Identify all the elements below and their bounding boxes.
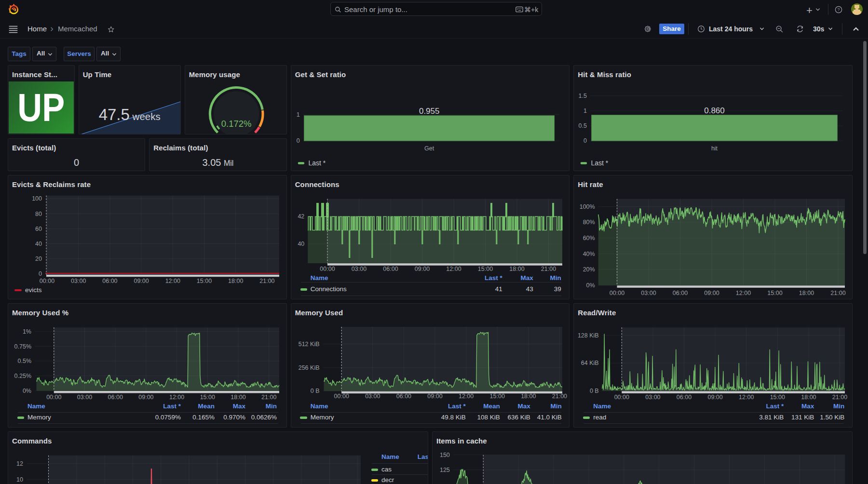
svg-text:512 KiB: 512 KiB <box>298 341 319 348</box>
svg-text:21:00: 21:00 <box>831 290 846 296</box>
svg-text:15:00: 15:00 <box>489 393 504 400</box>
svg-text:0.172%: 0.172% <box>221 119 252 129</box>
svg-text:0: 0 <box>583 138 587 145</box>
svg-text:1: 1 <box>583 108 587 114</box>
svg-text:0%: 0% <box>23 388 31 394</box>
svg-text:06:00: 06:00 <box>677 394 692 401</box>
svg-text:18:00: 18:00 <box>801 394 816 401</box>
svg-text:15:00: 15:00 <box>197 278 212 284</box>
svg-text:03:00: 03:00 <box>646 394 661 401</box>
svg-text:0.5%: 0.5% <box>18 358 32 364</box>
svg-text:0: 0 <box>296 138 299 145</box>
svg-text:60: 60 <box>35 226 42 232</box>
svg-text:09:00: 09:00 <box>134 278 149 284</box>
svg-text:03:00: 03:00 <box>77 394 92 401</box>
svg-text:09:00: 09:00 <box>138 394 153 401</box>
svg-text:80%: 80% <box>583 219 595 226</box>
svg-text:18:00: 18:00 <box>231 394 245 401</box>
svg-text:12:00: 12:00 <box>165 278 180 284</box>
svg-text:21:00: 21:00 <box>261 394 276 401</box>
svg-text:0 B: 0 B <box>310 388 319 394</box>
svg-text:12:00: 12:00 <box>169 394 184 401</box>
svg-text:06:00: 06:00 <box>108 394 123 401</box>
svg-text:06:00: 06:00 <box>383 266 398 272</box>
svg-text:64 KiB: 64 KiB <box>581 360 599 367</box>
svg-text:40: 40 <box>298 241 304 247</box>
svg-text:40: 40 <box>35 241 42 247</box>
svg-text:00:00: 00:00 <box>614 394 629 401</box>
svg-text:0: 0 <box>39 270 42 277</box>
svg-text:18:00: 18:00 <box>521 393 536 400</box>
svg-text:100: 100 <box>32 196 42 202</box>
svg-text:Last *: Last * <box>591 159 609 167</box>
svg-text:125: 125 <box>440 467 450 473</box>
svg-text:21:00: 21:00 <box>552 393 567 400</box>
svg-text:12:00: 12:00 <box>446 266 461 272</box>
svg-text:03:00: 03:00 <box>352 266 366 272</box>
svg-text:00:00: 00:00 <box>40 278 54 284</box>
svg-text:0.75%: 0.75% <box>14 343 31 350</box>
svg-text:06:00: 06:00 <box>673 290 688 296</box>
svg-text:00:00: 00:00 <box>320 266 335 272</box>
svg-text:06:00: 06:00 <box>396 393 411 400</box>
svg-text:1.5: 1.5 <box>579 93 587 99</box>
svg-text:0 B: 0 B <box>590 388 599 394</box>
svg-text:1%: 1% <box>23 328 31 335</box>
svg-text:256 KiB: 256 KiB <box>298 364 319 371</box>
svg-text:00:00: 00:00 <box>334 393 349 400</box>
svg-text:12:00: 12:00 <box>739 394 754 401</box>
svg-text:18:00: 18:00 <box>509 266 524 272</box>
svg-text:0.5: 0.5 <box>579 123 587 130</box>
svg-text:0.25%: 0.25% <box>14 373 31 379</box>
svg-text:12:00: 12:00 <box>736 290 751 296</box>
svg-text:42: 42 <box>298 214 304 220</box>
svg-text:40%: 40% <box>583 251 595 257</box>
svg-text:09:00: 09:00 <box>415 266 430 272</box>
svg-text:15:00: 15:00 <box>770 394 785 401</box>
svg-text:03:00: 03:00 <box>365 393 380 400</box>
svg-text:Last *: Last * <box>308 159 326 167</box>
svg-text:09:00: 09:00 <box>705 290 719 296</box>
svg-text:21:00: 21:00 <box>259 278 274 284</box>
svg-text:0.860: 0.860 <box>705 106 725 115</box>
svg-text:100%: 100% <box>580 203 595 210</box>
svg-text:06:00: 06:00 <box>102 278 117 284</box>
svg-text:10: 10 <box>16 476 23 483</box>
svg-text:03:00: 03:00 <box>641 290 656 296</box>
svg-text:1: 1 <box>296 111 299 118</box>
svg-text:21:00: 21:00 <box>541 266 556 272</box>
svg-text:00:00: 00:00 <box>610 290 624 296</box>
svg-text:15:00: 15:00 <box>200 394 215 401</box>
svg-text:15:00: 15:00 <box>478 266 493 272</box>
svg-text:80: 80 <box>35 211 42 217</box>
svg-text:18:00: 18:00 <box>799 290 814 296</box>
svg-text:09:00: 09:00 <box>708 394 723 401</box>
svg-text:128 KiB: 128 KiB <box>578 332 599 339</box>
svg-text:0%: 0% <box>586 282 595 289</box>
svg-text:12: 12 <box>16 460 23 467</box>
svg-text:18:00: 18:00 <box>228 278 243 284</box>
svg-text:60%: 60% <box>583 235 595 242</box>
svg-text:?: ? <box>838 7 840 12</box>
svg-text:15:00: 15:00 <box>768 290 783 296</box>
svg-text:12:00: 12:00 <box>459 393 474 400</box>
svg-text:0.955: 0.955 <box>419 107 440 116</box>
svg-text:20: 20 <box>35 255 42 262</box>
svg-text:Get: Get <box>424 145 434 152</box>
svg-text:20%: 20% <box>583 267 595 273</box>
svg-text:00:00: 00:00 <box>46 394 61 401</box>
svg-text:21:00: 21:00 <box>832 394 847 401</box>
svg-text:09:00: 09:00 <box>427 393 442 400</box>
svg-text:hit: hit <box>711 145 718 152</box>
svg-text:150: 150 <box>440 452 450 458</box>
svg-text:03:00: 03:00 <box>71 278 86 284</box>
